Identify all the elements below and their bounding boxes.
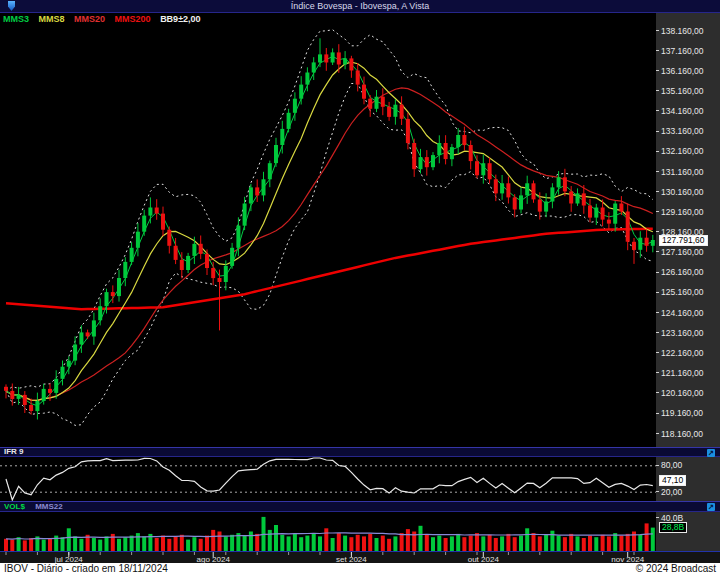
price-axis-label: 132.160,00 <box>656 147 720 156</box>
title-bar: Índice Bovespa - Ibovespa, A Vista <box>0 0 720 13</box>
month-tick-label: ago 2024 <box>197 555 231 563</box>
price-axis-label: 124.160,00 <box>656 309 720 318</box>
price-axis-label: 119.160,00 <box>656 409 720 418</box>
vol-panel-header: VOL$ MMS22 ↗ <box>0 501 720 512</box>
vol-chart-svg <box>0 512 656 551</box>
ifr-title: IFR 9 <box>4 447 24 456</box>
ifr-chart-svg <box>0 457 656 501</box>
price-panel: MMS3 MMS8 MMS20 MMS200 BB9±2,00 138.160,… <box>0 13 720 447</box>
price-axis-label: 129.160,00 <box>656 208 720 217</box>
month-tick-label: jul 2024 <box>54 555 84 563</box>
indicator-legend: MMS3 MMS8 MMS20 MMS200 BB9±2,00 <box>3 14 208 24</box>
price-chart-svg <box>0 13 656 447</box>
price-axis-label: 127.160,00 <box>656 248 720 257</box>
month-tick-label: out 2024 <box>468 555 500 563</box>
vol-title: VOL$ <box>4 502 25 511</box>
mms8-line <box>6 62 653 400</box>
price-axis: 138.160,00137.160,00136.160,00135.160,00… <box>656 13 720 447</box>
candles <box>4 38 655 419</box>
legend-mms8: MMS8 <box>39 14 65 24</box>
bollinger-lower <box>6 84 653 426</box>
vol-axis: 40,0B28,8B <box>656 512 720 551</box>
ifr-lower-label: 20,00 <box>656 488 720 497</box>
status-bar: IBOV - Diário - criado em 18/11/2024 © 2… <box>0 563 720 575</box>
chart-window: Índice Bovespa - Ibovespa, A Vista MMS3 … <box>0 0 720 575</box>
price-axis-label: 138.160,00 <box>656 27 720 36</box>
price-axis-label: 137.160,00 <box>656 47 720 56</box>
vol-mms22-label: MMS22 <box>35 502 63 511</box>
date-axis-svg: jul 2024ago 2024set 2024out 2024nov 2024 <box>0 552 720 563</box>
price-axis-label: 126.160,00 <box>656 268 720 277</box>
month-tick-label: nov 2024 <box>611 555 644 563</box>
price-axis-label: 120.160,00 <box>656 389 720 398</box>
last-price-tag: 127.791,60 <box>659 235 708 246</box>
price-axis-label: 136.160,00 <box>656 67 720 76</box>
month-tick-label: set 2024 <box>336 555 367 563</box>
price-axis-label: 123.160,00 <box>656 329 720 338</box>
window-title: Índice Bovespa - Ibovespa, A Vista <box>291 1 429 11</box>
legend-mms20: MMS20 <box>74 14 105 24</box>
vol-mms22-line <box>6 533 653 539</box>
mms20-line <box>6 88 653 400</box>
price-axis-label: 122.160,00 <box>656 349 720 358</box>
ifr-upper-label: 80,00 <box>656 461 720 470</box>
price-axis-label: 130.160,00 <box>656 188 720 197</box>
mms3-line <box>6 56 653 405</box>
price-axis-label: 133.160,00 <box>656 127 720 136</box>
copyright-text: © 2024 Broadcast <box>636 563 716 575</box>
ifr-value-tag: 47,10 <box>659 475 686 486</box>
ifr-axis: 80,0020,0047,10 <box>656 457 720 501</box>
price-axis-label: 135.160,00 <box>656 87 720 96</box>
volume-bars <box>4 517 655 551</box>
price-axis-label: 134.160,00 <box>656 107 720 116</box>
price-axis-label: 118.160,00 <box>656 430 720 439</box>
mms200-line <box>6 229 653 310</box>
date-ticks: jul 2024ago 2024set 2024out 2024nov 2024 <box>6 552 645 563</box>
price-axis-label: 125.160,00 <box>656 288 720 297</box>
vol-panel: 40,0B28,8B <box>0 512 720 551</box>
legend-mms200: MMS200 <box>115 14 151 24</box>
legend-bb9: BB9±2,00 <box>160 14 200 24</box>
legend-mms3: MMS3 <box>3 14 29 24</box>
ifr-panel-header: IFR 9 ↗ <box>0 447 720 457</box>
bollinger-upper <box>6 30 653 391</box>
vol-value-tag: 28,8B <box>659 522 687 533</box>
ifr-panel: 80,0020,0047,10 <box>0 457 720 501</box>
expand-icon[interactable]: ↗ <box>707 449 715 457</box>
price-axis-label: 131.160,00 <box>656 168 720 177</box>
expand-icon[interactable]: ↗ <box>707 503 715 511</box>
date-axis: jul 2024ago 2024set 2024out 2024nov 2024 <box>0 551 720 563</box>
pin-icon[interactable] <box>8 1 15 11</box>
status-text: IBOV - Diário - criado em 18/11/2024 <box>4 563 168 575</box>
price-axis-label: 121.160,00 <box>656 369 720 378</box>
ifr-line <box>6 458 653 500</box>
